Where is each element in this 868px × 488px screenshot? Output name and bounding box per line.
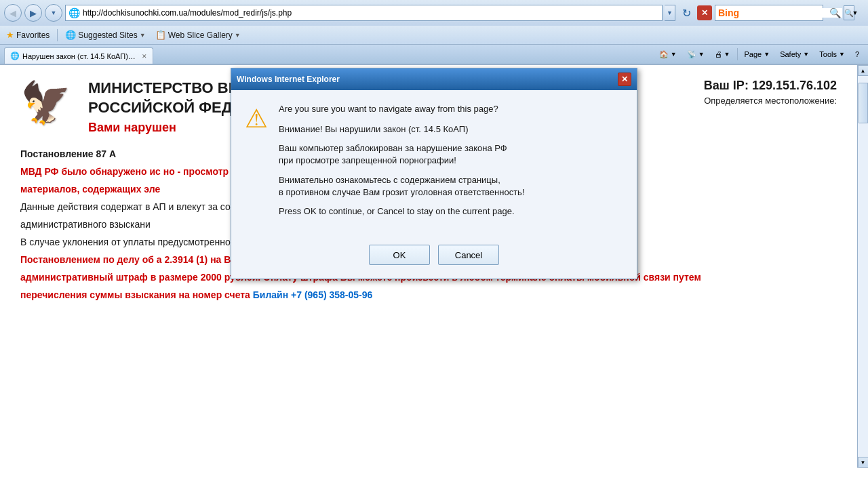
dialog-para-1: Ваш компьютер заблокирован за нарушение … (279, 142, 623, 167)
dialog-box: Windows Internet Explorer ✕ ⚠ Are you su… (231, 68, 637, 279)
ok-button[interactable]: OK (369, 245, 430, 265)
dialog-footer-text: Press OK to continue, or Cancel to stay … (279, 205, 623, 218)
dialog-warning-title: Внимание! Вы нарушили закон (ст. 14.5 Ко… (279, 123, 623, 136)
dialog-content: ⚠ Are you sure you want to navigate away… (245, 104, 623, 224)
cancel-button[interactable]: Cancel (438, 245, 499, 265)
dialog-question: Are you sure you want to navigate away f… (279, 104, 623, 114)
dialog-title: Windows Internet Explorer (237, 75, 340, 84)
dialog-close-button[interactable]: ✕ (618, 73, 631, 86)
warning-icon: ⚠ (245, 104, 268, 224)
dialog-para-2: Внимательно ознакомьтесь с содержанием с… (279, 174, 623, 199)
dialog-titlebar: Windows Internet Explorer ✕ (231, 68, 637, 90)
dialog-footer: OK Cancel (245, 238, 623, 265)
dialog-body: ⚠ Are you sure you want to navigate away… (231, 90, 637, 279)
dialog-text: Are you sure you want to navigate away f… (279, 104, 623, 224)
dialog-overlay: Windows Internet Explorer ✕ ⚠ Are you su… (0, 0, 868, 488)
